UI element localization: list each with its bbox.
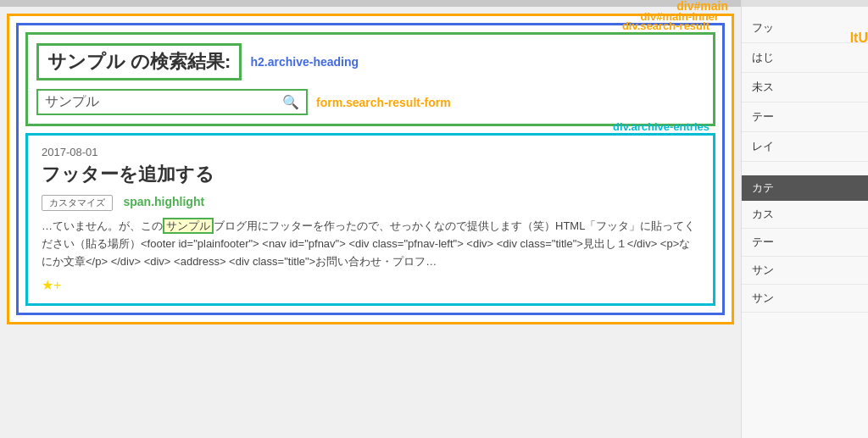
div-archive-entries-label: div.archive-entries <box>613 120 709 133</box>
highlight-label: span.highlight <box>123 195 204 208</box>
sidebar-section-item-4[interactable]: サン <box>742 285 868 313</box>
search-input[interactable] <box>45 95 282 110</box>
sidebar-nav-item-3[interactable]: 未ス <box>742 73 868 103</box>
sidebar-nav-item-2[interactable]: はじ <box>742 43 868 73</box>
itu-label: ItU <box>850 30 868 46</box>
div-search-result: div.search-result サンプル の検索結果: h2.archive… <box>25 32 715 126</box>
main-content: div#main div#main-inner div.search-resul… <box>0 0 741 438</box>
search-form-wrapper: 🔍 form.search-result-form <box>36 89 704 115</box>
sidebar-nav-item-5[interactable]: レイ <box>742 132 868 162</box>
archive-heading-label: h2.archive-heading <box>250 55 359 69</box>
sidebar-nav: フッ はじ 未ス テー レイ <box>742 7 868 169</box>
star-rating[interactable]: ★+ <box>42 277 699 293</box>
search-form-label: form.search-result-form <box>316 96 451 109</box>
archive-heading-wrapper: サンプル の検索結果: h2.archive-heading <box>36 43 704 80</box>
sidebar-nav-item-4[interactable]: テー <box>742 103 868 132</box>
top-bar <box>0 0 741 7</box>
sidebar: フッ はじ 未ス テー レイ カテ カス テー サン サン <box>741 0 868 438</box>
sidebar-nav-item-1[interactable]: フッ <box>742 14 868 43</box>
sidebar-section-item-3[interactable]: サン <box>742 257 868 285</box>
archive-heading: サンプル の検索結果: <box>36 43 242 80</box>
entry-category[interactable]: カスタマイズ <box>42 195 113 211</box>
div-archive-entries: div.archive-entries 2017-08-01 フッターを追加する… <box>25 133 715 306</box>
entry-date: 2017-08-01 <box>42 146 699 158</box>
div-main: div#main div#main-inner div.search-resul… <box>7 14 734 324</box>
sidebar-section-title: カテ <box>742 175 868 201</box>
entry-category-wrapper: カスタマイズ span.highlight <box>42 194 699 218</box>
search-form: 🔍 <box>36 89 308 115</box>
div-main-inner: div#main-inner div.search-result サンプル の検… <box>16 23 725 315</box>
entry-title[interactable]: フッターを追加する <box>42 162 699 187</box>
sidebar-top <box>742 0 868 7</box>
excerpt-before: …ていません。が、この <box>42 219 163 232</box>
sidebar-section-item-2[interactable]: テー <box>742 229 868 257</box>
div-search-result-label: div.search-result <box>622 19 709 32</box>
entry-excerpt: …ていません。が、このサンプルブログ用にフッターを作ったので、せっかくなので提供… <box>42 218 699 270</box>
sidebar-section-item-1[interactable]: カス <box>742 201 868 229</box>
search-icon[interactable]: 🔍 <box>282 94 299 110</box>
highlight-word: サンプル <box>163 218 214 234</box>
